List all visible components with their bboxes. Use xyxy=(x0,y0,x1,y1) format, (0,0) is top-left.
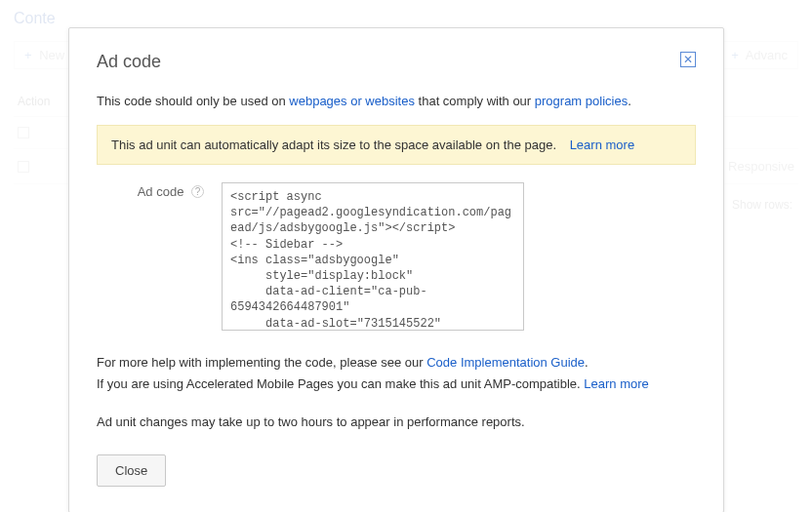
intro-prefix: This code should only be used on xyxy=(97,94,289,108)
implementation-guide-link[interactable]: Code Implementation Guide xyxy=(426,355,585,370)
responsive-notice: This ad unit can automatically adapt its… xyxy=(97,125,696,166)
notice-text: This ad unit can automatically adapt its… xyxy=(111,138,556,152)
webpages-link[interactable]: webpages or websites xyxy=(289,94,415,108)
help-icon[interactable]: ? xyxy=(191,185,204,198)
intro-text: This code should only be used on webpage… xyxy=(97,92,696,111)
program-policies-link[interactable]: program policies xyxy=(535,94,628,108)
help-prefix: For more help with implementing the code… xyxy=(97,355,426,370)
code-row: Ad code ? xyxy=(97,182,696,331)
ad-code-modal: Ad code ✕ This code should only be used … xyxy=(68,27,724,512)
intro-suffix: . xyxy=(628,94,631,108)
help-suffix: . xyxy=(585,355,589,370)
ad-code-textarea[interactable] xyxy=(222,182,524,331)
intro-mid: that comply with our xyxy=(415,94,535,108)
close-button[interactable]: Close xyxy=(97,454,166,487)
code-label-wrap: Ad code ? xyxy=(97,182,204,199)
modal-title: Ad code xyxy=(97,52,161,72)
amp-prefix: If you are using Accelerated Mobile Page… xyxy=(97,376,584,391)
notice-learn-more-link[interactable]: Learn more xyxy=(570,138,634,152)
close-icon[interactable]: ✕ xyxy=(680,52,696,67)
help-text-block: For more help with implementing the code… xyxy=(97,352,696,395)
amp-learn-more-link[interactable]: Learn more xyxy=(584,376,648,391)
code-label: Ad code xyxy=(138,184,184,199)
delay-notice: Ad unit changes may take up to two hours… xyxy=(97,413,696,433)
